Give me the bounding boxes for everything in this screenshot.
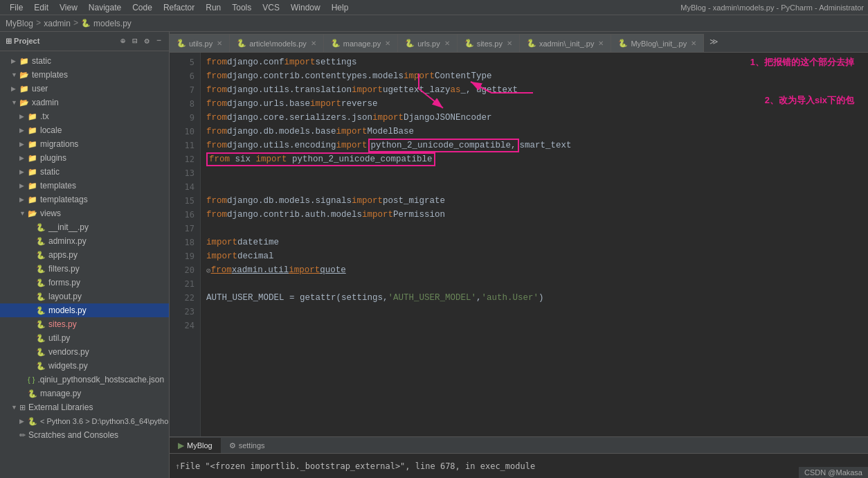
menu-help[interactable]: Help [326, 3, 354, 12]
sidebar-close-icon[interactable]: − [154, 35, 163, 47]
tree-item-static[interactable]: ▶ 📁 static [0, 54, 169, 68]
tab-icon-xadmin-init: 🐍 [527, 39, 536, 48]
tab-close-article-models[interactable]: ✕ [311, 39, 316, 47]
python-ext-icon: 🐍 [28, 417, 37, 426]
menu-code[interactable]: Code [127, 3, 158, 12]
tree-item-templatetags[interactable]: ▶ 📁 templatetags [0, 193, 169, 206]
sidebar-icons: ⊕ ⊟ ⚙ − [118, 35, 163, 47]
tab-urls[interactable]: 🐍 urls.py ✕ [398, 34, 457, 52]
line-num-17: 17 [170, 222, 200, 236]
tree-item-templates[interactable]: ▼ 📂 templates [0, 68, 169, 82]
python-icon-models: 🐍 [36, 306, 46, 315]
tree-item-filters[interactable]: 🐍 filters.py [0, 262, 169, 276]
menu-view[interactable]: View [54, 3, 83, 12]
tree-item-manage[interactable]: 🐍 manage.py [0, 387, 169, 400]
menu-file[interactable]: File [4, 3, 28, 12]
breadcrumb-project[interactable]: MyBlog [6, 19, 33, 28]
line-num-18: 18 [170, 236, 200, 249]
tab-close-myblog-init[interactable]: ✕ [691, 39, 696, 47]
tab-run-myblog[interactable]: ▶ MyBlog [170, 438, 221, 453]
tree-item-forms[interactable]: 🐍 forms.py [0, 276, 169, 290]
tree-arrow-static: ▶ [11, 57, 19, 64]
folder-icon-plugins: 📁 [28, 154, 37, 163]
code-line-20: ⊘from xadmin.util import quote [206, 263, 862, 277]
tab-label-article-models: article\models.py [249, 39, 307, 48]
line-numbers: 5 6 7 8 9 10 11 12 13 14 15 16 17 18 19 … [170, 53, 201, 436]
menu-vcs[interactable]: VCS [257, 3, 285, 12]
tab-utils[interactable]: 🐍 utils.py ✕ [170, 34, 230, 52]
tab-close-manage[interactable]: ✕ [385, 39, 390, 47]
tree-item-templates2[interactable]: ▶ 📁 templates [0, 179, 169, 193]
code-line-22: AUTH_USER_MODEL = getattr(settings, 'AUT… [206, 291, 862, 305]
menu-refactor[interactable]: Refactor [158, 3, 200, 12]
menu-navigate[interactable]: Navigate [83, 3, 127, 12]
tab-label-sites: sites.py [477, 39, 503, 48]
tree-item-adminx[interactable]: 🐍 adminx.py [0, 234, 169, 248]
tree-label-models: models.py [48, 306, 87, 315]
tree-label-locale: locale [40, 125, 62, 135]
tab-article-models[interactable]: 🐍 article\models.py ✕ [230, 34, 324, 52]
tree-item-ext-libs[interactable]: ▼ ⊞ External Libraries [0, 400, 169, 414]
tab-myblog-init[interactable]: 🐍 MyBlog\_init_.py ✕ [611, 34, 704, 52]
tree-item-sites[interactable]: 🐍 sites.py [0, 317, 169, 331]
tree-item-static2[interactable]: ▶ 📁 static [0, 165, 169, 179]
sidebar: ⊞ Project ⊕ ⊟ ⚙ − ▶ 📁 static ▼ 📂 templat… [0, 32, 170, 478]
tree-item-migrations[interactable]: ▶ 📁 migrations [0, 137, 169, 151]
csdn-label: CSDN @Makasa [804, 468, 862, 477]
tree-item-python36[interactable]: ▶ 🐍 < Python 3.6 > D:\python3.6_64\pytho… [0, 414, 169, 428]
tab-sites[interactable]: 🐍 sites.py ✕ [458, 34, 520, 52]
code-line-15: from django.db.models.signals import pos… [206, 194, 862, 208]
code-line-12: from six import python_2_unicode_compati… [206, 152, 862, 166]
tree-arrow-migrations: ▶ [19, 141, 28, 148]
python-icon-forms: 🐍 [36, 278, 46, 287]
tree-item-qiniu[interactable]: { } .qiniu_pythonsdk_hostscache.json [0, 373, 169, 387]
code-content[interactable]: from django.conf import settings from dj… [201, 53, 868, 436]
code-line-5: from django.conf import settings [206, 55, 862, 69]
tree-item-scratches[interactable]: ✏ Scratches and Consoles [0, 428, 169, 442]
code-line-13 [206, 166, 862, 180]
menu-run[interactable]: Run [200, 3, 226, 12]
menu-edit[interactable]: Edit [28, 3, 54, 12]
code-line-8: from django.urls.base import reverse [206, 97, 862, 111]
tree-item-tx[interactable]: ▶ 📁 .tx [0, 109, 169, 123]
console-output: ↑ File "<frozen importlib._bootstrap_ext… [170, 454, 868, 478]
breadcrumb-folder[interactable]: xadmin [44, 19, 71, 28]
tree-label-sites: sites.py [48, 319, 77, 329]
tree-item-user[interactable]: ▶ 📁 user [0, 82, 169, 96]
sidebar-tree: ▶ 📁 static ▼ 📂 templates ▶ 📁 user ▼ 📂 xa… [0, 51, 169, 478]
sidebar-settings-icon[interactable]: ⚙ [143, 35, 152, 47]
tree-item-util[interactable]: 🐍 util.py [0, 331, 169, 345]
tree-label-forms: forms.py [48, 278, 80, 287]
tab-close-utils[interactable]: ✕ [217, 39, 222, 47]
tree-item-xadmin[interactable]: ▼ 📂 xadmin [0, 96, 169, 109]
tree-label-apps: apps.py [48, 250, 78, 260]
tab-xadmin-init[interactable]: 🐍 xadmin\_init_.py ✕ [520, 34, 612, 52]
tab-label-manage: manage.py [343, 39, 381, 48]
tree-item-apps[interactable]: 🐍 apps.py [0, 248, 169, 262]
line-num-13: 13 [170, 166, 200, 180]
settings-icon: ⚙ [229, 441, 236, 450]
python-icon-adminx: 🐍 [36, 237, 46, 246]
tree-item-locale[interactable]: ▶ 📁 locale [0, 123, 169, 137]
tab-close-urls[interactable]: ✕ [444, 39, 450, 47]
sidebar-add-icon[interactable]: ⊕ [118, 35, 127, 47]
tree-item-vendors[interactable]: 🐍 vendors.py [0, 345, 169, 359]
line-num-15: 15 [170, 194, 200, 208]
folder-icon-migrations: 📁 [28, 140, 37, 149]
tree-item-layout[interactable]: 🐍 layout.py [0, 290, 169, 303]
tree-item-widgets[interactable]: 🐍 widgets.py [0, 359, 169, 373]
sidebar-layout-icon[interactable]: ⊟ [130, 35, 139, 47]
tab-icon-sites: 🐍 [464, 39, 474, 48]
breadcrumb-file: 🐍 models.py [81, 19, 132, 28]
tree-item-views[interactable]: ▼ 📂 views [0, 206, 169, 220]
tree-item-models[interactable]: 🐍 models.py [0, 303, 169, 317]
tab-manage[interactable]: 🐍 manage.py ✕ [324, 34, 398, 52]
menu-tools[interactable]: Tools [226, 3, 257, 12]
tab-more[interactable]: ≫ [704, 37, 724, 47]
tab-close-sites[interactable]: ✕ [507, 39, 512, 47]
menu-window[interactable]: Window [285, 3, 326, 12]
tree-item-plugins[interactable]: ▶ 📁 plugins [0, 151, 169, 165]
tab-close-xadmin-init[interactable]: ✕ [598, 39, 604, 47]
tree-item-init[interactable]: 🐍 __init__.py [0, 220, 169, 234]
tab-settings-bottom[interactable]: ⚙ settings [221, 438, 273, 453]
